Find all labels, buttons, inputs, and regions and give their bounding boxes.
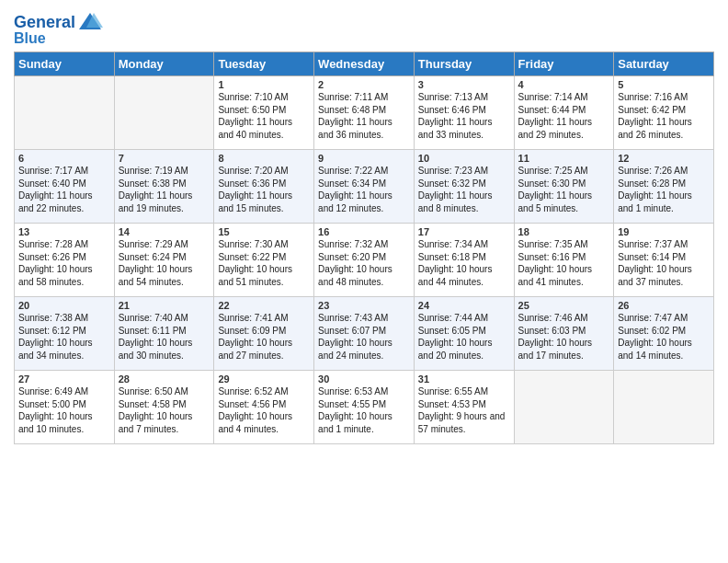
day-number: 29	[218, 373, 310, 385]
day-number: 20	[18, 300, 110, 311]
cell-info: Sunrise: 7:16 AM Sunset: 6:42 PM Dayligh…	[618, 91, 710, 141]
day-number: 5	[618, 79, 710, 90]
cell-info: Sunrise: 7:47 AM Sunset: 6:02 PM Dayligh…	[618, 312, 710, 362]
cell-info: Sunrise: 6:52 AM Sunset: 4:56 PM Dayligh…	[218, 385, 310, 435]
day-number: 4	[518, 79, 610, 90]
cell-info: Sunrise: 7:13 AM Sunset: 6:46 PM Dayligh…	[418, 91, 510, 141]
logo-text: General	[14, 14, 75, 30]
cell-info: Sunrise: 7:43 AM Sunset: 6:07 PM Dayligh…	[318, 312, 410, 362]
page: General Blue SundayMondayTuesdayWednesda…	[0, 0, 728, 563]
calendar-cell: 5Sunrise: 7:16 AM Sunset: 6:42 PM Daylig…	[614, 76, 714, 150]
calendar-cell: 11Sunrise: 7:25 AM Sunset: 6:30 PM Dayli…	[514, 150, 614, 224]
calendar-cell: 15Sunrise: 7:30 AM Sunset: 6:22 PM Dayli…	[214, 224, 314, 297]
day-number: 25	[518, 300, 610, 311]
calendar-cell: 23Sunrise: 7:43 AM Sunset: 6:07 PM Dayli…	[314, 297, 415, 371]
day-number: 7	[119, 153, 210, 164]
day-number: 9	[318, 153, 410, 164]
cell-info: Sunrise: 7:17 AM Sunset: 6:40 PM Dayligh…	[18, 165, 110, 214]
calendar-cell: 10Sunrise: 7:23 AM Sunset: 6:32 PM Dayli…	[414, 150, 514, 224]
calendar-cell: 8Sunrise: 7:20 AM Sunset: 6:36 PM Daylig…	[214, 150, 314, 224]
cell-info: Sunrise: 7:46 AM Sunset: 6:03 PM Dayligh…	[518, 312, 610, 362]
calendar-cell: 7Sunrise: 7:19 AM Sunset: 6:38 PM Daylig…	[114, 150, 214, 224]
calendar-cell: 21Sunrise: 7:40 AM Sunset: 6:11 PM Dayli…	[114, 297, 214, 371]
calendar-cell: 16Sunrise: 7:32 AM Sunset: 6:20 PM Dayli…	[314, 224, 415, 297]
day-number: 11	[518, 153, 610, 164]
day-number: 8	[218, 153, 310, 164]
day-number: 12	[618, 153, 710, 164]
week-row-3: 13Sunrise: 7:28 AM Sunset: 6:26 PM Dayli…	[15, 224, 714, 297]
day-number: 18	[518, 226, 610, 237]
cell-info: Sunrise: 7:10 AM Sunset: 6:50 PM Dayligh…	[218, 91, 310, 141]
day-number: 21	[119, 300, 210, 311]
calendar-cell: 1Sunrise: 7:10 AM Sunset: 6:50 PM Daylig…	[214, 76, 314, 150]
calendar-cell: 25Sunrise: 7:46 AM Sunset: 6:03 PM Dayli…	[514, 297, 614, 371]
cell-info: Sunrise: 7:23 AM Sunset: 6:32 PM Dayligh…	[418, 165, 510, 214]
cell-info: Sunrise: 6:50 AM Sunset: 4:58 PM Dayligh…	[119, 385, 210, 435]
day-number: 1	[218, 79, 310, 90]
calendar-cell: 4Sunrise: 7:14 AM Sunset: 6:44 PM Daylig…	[514, 76, 614, 150]
calendar-cell: 13Sunrise: 7:28 AM Sunset: 6:26 PM Dayli…	[15, 224, 115, 297]
calendar-cell: 17Sunrise: 7:34 AM Sunset: 6:18 PM Dayli…	[414, 224, 514, 297]
calendar-cell: 19Sunrise: 7:37 AM Sunset: 6:14 PM Dayli…	[614, 224, 714, 297]
weekday-saturday: Saturday	[614, 52, 714, 76]
weekday-monday: Monday	[114, 52, 214, 76]
calendar-cell: 28Sunrise: 6:50 AM Sunset: 4:58 PM Dayli…	[114, 371, 214, 444]
cell-info: Sunrise: 7:11 AM Sunset: 6:48 PM Dayligh…	[318, 91, 410, 141]
day-number: 6	[18, 153, 110, 164]
week-row-2: 6Sunrise: 7:17 AM Sunset: 6:40 PM Daylig…	[15, 150, 714, 224]
week-row-1: 1Sunrise: 7:10 AM Sunset: 6:50 PM Daylig…	[15, 76, 714, 150]
calendar-cell: 29Sunrise: 6:52 AM Sunset: 4:56 PM Dayli…	[214, 371, 314, 444]
header: General Blue	[14, 9, 714, 46]
cell-info: Sunrise: 7:29 AM Sunset: 6:24 PM Dayligh…	[119, 238, 210, 288]
calendar-cell: 24Sunrise: 7:44 AM Sunset: 6:05 PM Dayli…	[414, 297, 514, 371]
weekday-header: SundayMondayTuesdayWednesdayThursdayFrid…	[15, 52, 714, 76]
weekday-wednesday: Wednesday	[314, 52, 415, 76]
day-number: 19	[618, 226, 710, 237]
cell-info: Sunrise: 7:35 AM Sunset: 6:16 PM Dayligh…	[518, 238, 610, 288]
day-number: 28	[119, 373, 210, 385]
day-number: 3	[418, 79, 510, 90]
weekday-sunday: Sunday	[15, 52, 115, 76]
calendar-cell: 14Sunrise: 7:29 AM Sunset: 6:24 PM Dayli…	[114, 224, 214, 297]
day-number: 24	[418, 300, 510, 311]
calendar-cell: 3Sunrise: 7:13 AM Sunset: 6:46 PM Daylig…	[414, 76, 514, 150]
day-number: 22	[218, 300, 310, 311]
cell-info: Sunrise: 7:25 AM Sunset: 6:30 PM Dayligh…	[518, 165, 610, 214]
calendar-cell	[15, 76, 115, 150]
week-row-4: 20Sunrise: 7:38 AM Sunset: 6:12 PM Dayli…	[15, 297, 714, 371]
day-number: 16	[318, 226, 410, 237]
logo-icon	[77, 9, 103, 35]
cell-info: Sunrise: 7:32 AM Sunset: 6:20 PM Dayligh…	[318, 238, 410, 288]
weekday-thursday: Thursday	[414, 52, 514, 76]
cell-info: Sunrise: 7:38 AM Sunset: 6:12 PM Dayligh…	[18, 312, 110, 362]
logo-blue-text: Blue	[14, 31, 46, 46]
calendar-cell: 6Sunrise: 7:17 AM Sunset: 6:40 PM Daylig…	[15, 150, 115, 224]
calendar-cell: 9Sunrise: 7:22 AM Sunset: 6:34 PM Daylig…	[314, 150, 415, 224]
cell-info: Sunrise: 7:37 AM Sunset: 6:14 PM Dayligh…	[618, 238, 710, 288]
cell-info: Sunrise: 7:40 AM Sunset: 6:11 PM Dayligh…	[119, 312, 210, 362]
cell-info: Sunrise: 7:26 AM Sunset: 6:28 PM Dayligh…	[618, 165, 710, 214]
day-number: 26	[618, 300, 710, 311]
day-number: 23	[318, 300, 410, 311]
calendar-cell: 27Sunrise: 6:49 AM Sunset: 5:00 PM Dayli…	[15, 371, 115, 444]
weekday-friday: Friday	[514, 52, 614, 76]
logo: General Blue	[14, 9, 103, 46]
calendar-cell	[114, 76, 214, 150]
day-number: 15	[218, 226, 310, 237]
calendar-cell: 12Sunrise: 7:26 AM Sunset: 6:28 PM Dayli…	[614, 150, 714, 224]
calendar-cell: 26Sunrise: 7:47 AM Sunset: 6:02 PM Dayli…	[614, 297, 714, 371]
weekday-tuesday: Tuesday	[214, 52, 314, 76]
day-number: 30	[318, 373, 410, 385]
cell-info: Sunrise: 7:22 AM Sunset: 6:34 PM Dayligh…	[318, 165, 410, 214]
cell-info: Sunrise: 7:20 AM Sunset: 6:36 PM Dayligh…	[218, 165, 310, 214]
calendar-cell: 2Sunrise: 7:11 AM Sunset: 6:48 PM Daylig…	[314, 76, 415, 150]
cell-info: Sunrise: 6:49 AM Sunset: 5:00 PM Dayligh…	[18, 385, 110, 435]
day-number: 2	[318, 79, 410, 90]
day-number: 10	[418, 153, 510, 164]
cell-info: Sunrise: 7:28 AM Sunset: 6:26 PM Dayligh…	[18, 238, 110, 288]
calendar-cell: 31Sunrise: 6:55 AM Sunset: 4:53 PM Dayli…	[414, 371, 514, 444]
day-number: 14	[119, 226, 210, 237]
day-number: 13	[18, 226, 110, 237]
cell-info: Sunrise: 7:19 AM Sunset: 6:38 PM Dayligh…	[119, 165, 210, 214]
calendar-cell	[514, 371, 614, 444]
